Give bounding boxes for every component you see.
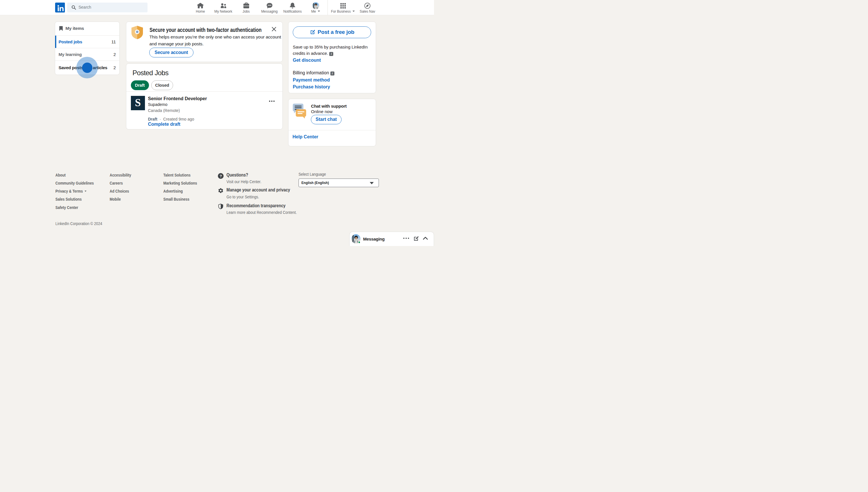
svg-text:?: ? [219,174,222,178]
